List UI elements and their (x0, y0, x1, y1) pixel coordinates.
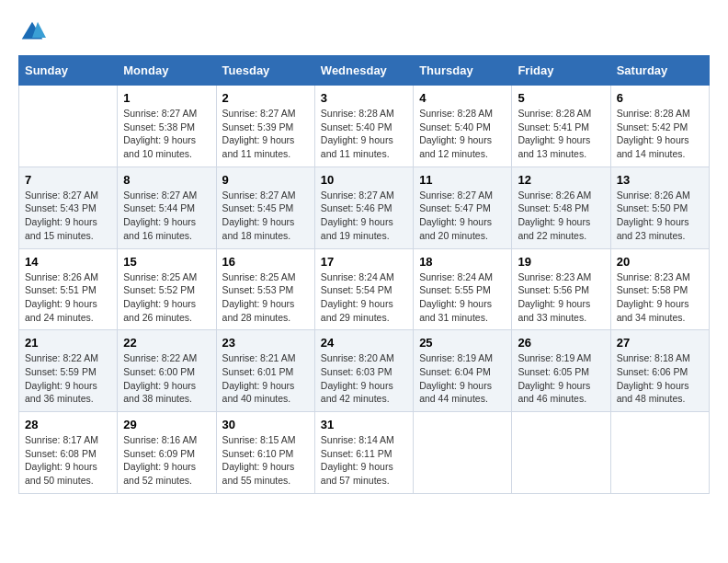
day-cell: 25Sunrise: 8:19 AM Sunset: 6:04 PM Dayli… (414, 330, 512, 412)
day-number: 26 (518, 336, 604, 350)
day-info: Sunrise: 8:25 AM Sunset: 5:53 PM Dayligh… (222, 270, 309, 325)
day-cell: 19Sunrise: 8:23 AM Sunset: 5:56 PM Dayli… (512, 248, 610, 330)
day-cell: 31Sunrise: 8:14 AM Sunset: 6:11 PM Dayli… (314, 412, 413, 494)
week-row-1: 1Sunrise: 8:27 AM Sunset: 5:38 PM Daylig… (19, 86, 710, 167)
day-info: Sunrise: 8:24 AM Sunset: 5:55 PM Dayligh… (419, 270, 506, 325)
day-cell: 8Sunrise: 8:27 AM Sunset: 5:44 PM Daylig… (118, 167, 216, 248)
day-info: Sunrise: 8:23 AM Sunset: 5:58 PM Dayligh… (617, 270, 703, 325)
day-number: 25 (419, 336, 506, 350)
week-row-2: 7Sunrise: 8:27 AM Sunset: 5:43 PM Daylig… (19, 167, 710, 248)
day-cell: 22Sunrise: 8:22 AM Sunset: 6:00 PM Dayli… (118, 330, 216, 412)
day-info: Sunrise: 8:22 AM Sunset: 6:00 PM Dayligh… (123, 351, 210, 406)
day-info: Sunrise: 8:23 AM Sunset: 5:56 PM Dayligh… (518, 270, 604, 325)
day-cell: 18Sunrise: 8:24 AM Sunset: 5:55 PM Dayli… (414, 248, 512, 330)
day-cell (610, 412, 709, 494)
header-day-saturday: Saturday (610, 56, 709, 86)
day-info: Sunrise: 8:20 AM Sunset: 6:03 PM Dayligh… (321, 351, 407, 406)
day-number: 19 (518, 255, 604, 269)
day-number: 12 (518, 173, 604, 187)
day-number: 14 (25, 255, 111, 269)
day-number: 24 (321, 336, 407, 350)
day-info: Sunrise: 8:17 AM Sunset: 6:08 PM Dayligh… (25, 433, 111, 488)
day-cell: 7Sunrise: 8:27 AM Sunset: 5:43 PM Daylig… (19, 167, 118, 248)
day-number: 2 (222, 91, 309, 105)
day-info: Sunrise: 8:21 AM Sunset: 6:01 PM Dayligh… (222, 351, 309, 406)
day-cell: 30Sunrise: 8:15 AM Sunset: 6:10 PM Dayli… (216, 412, 314, 494)
day-info: Sunrise: 8:28 AM Sunset: 5:40 PM Dayligh… (321, 107, 407, 161)
day-info: Sunrise: 8:26 AM Sunset: 5:50 PM Dayligh… (617, 189, 703, 243)
day-info: Sunrise: 8:24 AM Sunset: 5:54 PM Dayligh… (321, 270, 407, 325)
header-day-tuesday: Tuesday (216, 56, 314, 86)
day-cell: 11Sunrise: 8:27 AM Sunset: 5:47 PM Dayli… (414, 167, 512, 248)
day-cell: 20Sunrise: 8:23 AM Sunset: 5:58 PM Dayli… (610, 248, 709, 330)
day-number: 3 (321, 91, 407, 105)
day-number: 17 (321, 255, 407, 269)
day-cell: 16Sunrise: 8:25 AM Sunset: 5:53 PM Dayli… (216, 248, 314, 330)
calendar-header: SundayMondayTuesdayWednesdayThursdayFrid… (19, 56, 710, 86)
week-row-3: 14Sunrise: 8:26 AM Sunset: 5:51 PM Dayli… (19, 248, 710, 330)
day-info: Sunrise: 8:14 AM Sunset: 6:11 PM Dayligh… (321, 433, 407, 488)
day-number: 21 (25, 336, 111, 350)
day-number: 11 (419, 173, 506, 187)
day-info: Sunrise: 8:28 AM Sunset: 5:41 PM Dayligh… (518, 107, 604, 161)
header-day-thursday: Thursday (414, 56, 512, 86)
day-info: Sunrise: 8:27 AM Sunset: 5:44 PM Dayligh… (123, 189, 210, 243)
day-info: Sunrise: 8:27 AM Sunset: 5:47 PM Dayligh… (419, 189, 506, 243)
day-number: 4 (419, 91, 506, 105)
header-day-monday: Monday (118, 56, 216, 86)
day-info: Sunrise: 8:28 AM Sunset: 5:40 PM Dayligh… (419, 107, 506, 161)
day-cell: 10Sunrise: 8:27 AM Sunset: 5:46 PM Dayli… (314, 167, 413, 248)
day-cell: 27Sunrise: 8:18 AM Sunset: 6:06 PM Dayli… (610, 330, 709, 412)
day-info: Sunrise: 8:19 AM Sunset: 6:05 PM Dayligh… (518, 351, 604, 406)
day-cell: 26Sunrise: 8:19 AM Sunset: 6:05 PM Dayli… (512, 330, 610, 412)
day-number: 30 (222, 418, 309, 431)
day-cell: 17Sunrise: 8:24 AM Sunset: 5:54 PM Dayli… (314, 248, 413, 330)
day-info: Sunrise: 8:18 AM Sunset: 6:06 PM Dayligh… (617, 351, 703, 406)
day-cell (414, 412, 512, 494)
day-cell: 23Sunrise: 8:21 AM Sunset: 6:01 PM Dayli… (216, 330, 314, 412)
day-cell: 12Sunrise: 8:26 AM Sunset: 5:48 PM Dayli… (512, 167, 610, 248)
day-info: Sunrise: 8:26 AM Sunset: 5:51 PM Dayligh… (25, 270, 111, 325)
day-number: 27 (617, 336, 703, 350)
day-info: Sunrise: 8:15 AM Sunset: 6:10 PM Dayligh… (222, 433, 309, 488)
day-info: Sunrise: 8:28 AM Sunset: 5:42 PM Dayligh… (617, 107, 703, 161)
day-number: 23 (222, 336, 309, 350)
calendar-body: 1Sunrise: 8:27 AM Sunset: 5:38 PM Daylig… (19, 86, 710, 494)
day-info: Sunrise: 8:27 AM Sunset: 5:43 PM Dayligh… (25, 189, 111, 243)
day-cell: 28Sunrise: 8:17 AM Sunset: 6:08 PM Dayli… (19, 412, 118, 494)
day-info: Sunrise: 8:26 AM Sunset: 5:48 PM Dayligh… (518, 189, 604, 243)
day-cell: 21Sunrise: 8:22 AM Sunset: 5:59 PM Dayli… (19, 330, 118, 412)
calendar-table: SundayMondayTuesdayWednesdayThursdayFrid… (18, 55, 710, 494)
week-row-4: 21Sunrise: 8:22 AM Sunset: 5:59 PM Dayli… (19, 330, 710, 412)
day-number: 22 (123, 336, 210, 350)
day-cell: 5Sunrise: 8:28 AM Sunset: 5:41 PM Daylig… (512, 86, 610, 167)
day-number: 5 (518, 91, 604, 105)
page-header (18, 18, 710, 46)
day-number: 7 (25, 173, 111, 187)
day-number: 16 (222, 255, 309, 269)
day-cell: 1Sunrise: 8:27 AM Sunset: 5:38 PM Daylig… (118, 86, 216, 167)
day-info: Sunrise: 8:16 AM Sunset: 6:09 PM Dayligh… (123, 433, 210, 488)
day-number: 18 (419, 255, 506, 269)
day-cell: 4Sunrise: 8:28 AM Sunset: 5:40 PM Daylig… (414, 86, 512, 167)
day-cell: 6Sunrise: 8:28 AM Sunset: 5:42 PM Daylig… (610, 86, 709, 167)
day-info: Sunrise: 8:27 AM Sunset: 5:39 PM Dayligh… (222, 107, 309, 161)
day-cell: 3Sunrise: 8:28 AM Sunset: 5:40 PM Daylig… (314, 86, 413, 167)
day-cell (512, 412, 610, 494)
logo (18, 18, 50, 46)
header-row: SundayMondayTuesdayWednesdayThursdayFrid… (19, 56, 710, 86)
day-info: Sunrise: 8:27 AM Sunset: 5:45 PM Dayligh… (222, 189, 309, 243)
day-number: 8 (123, 173, 210, 187)
day-number: 6 (617, 91, 703, 105)
day-info: Sunrise: 8:22 AM Sunset: 5:59 PM Dayligh… (25, 351, 111, 406)
day-cell: 29Sunrise: 8:16 AM Sunset: 6:09 PM Dayli… (118, 412, 216, 494)
day-cell: 24Sunrise: 8:20 AM Sunset: 6:03 PM Dayli… (314, 330, 413, 412)
day-number: 28 (25, 418, 111, 431)
day-cell: 15Sunrise: 8:25 AM Sunset: 5:52 PM Dayli… (118, 248, 216, 330)
header-day-wednesday: Wednesday (314, 56, 413, 86)
day-number: 31 (321, 418, 407, 431)
day-info: Sunrise: 8:19 AM Sunset: 6:04 PM Dayligh… (419, 351, 506, 406)
day-info: Sunrise: 8:25 AM Sunset: 5:52 PM Dayligh… (123, 270, 210, 325)
day-number: 29 (123, 418, 210, 431)
day-cell: 13Sunrise: 8:26 AM Sunset: 5:50 PM Dayli… (610, 167, 709, 248)
